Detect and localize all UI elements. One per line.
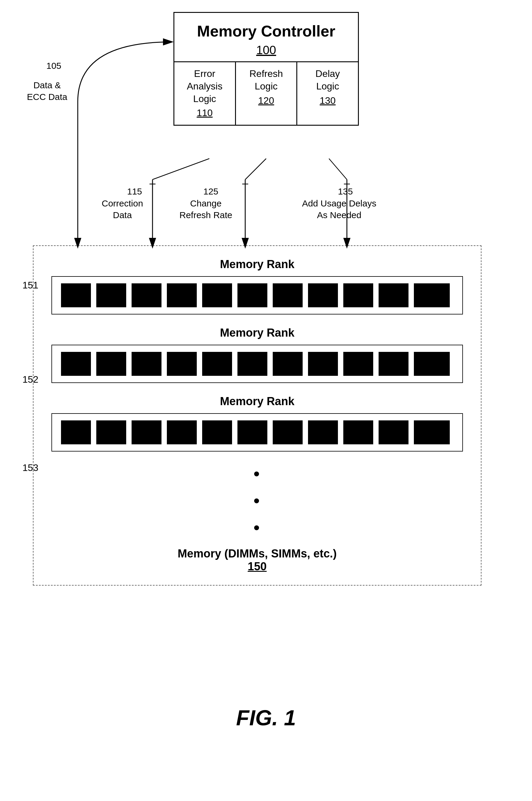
memory-rank-2-inner — [52, 345, 463, 383]
chip — [238, 352, 267, 376]
ref-105-label: 105 — [46, 60, 61, 72]
memory-area: Memory Rank Memory Rank — [33, 245, 481, 585]
chip — [132, 352, 162, 376]
chip — [167, 352, 197, 376]
memory-rank-3-inner — [52, 413, 463, 451]
chip — [343, 421, 373, 444]
ref-135-label: 135 — [338, 186, 353, 197]
data-ecc-label: Data &ECC Data — [27, 79, 67, 103]
add-delays-label: Add Usage DelaysAs Needed — [302, 198, 376, 221]
rank-152-label: 152 — [22, 374, 38, 385]
chip — [308, 421, 338, 444]
memory-rank-1-inner — [52, 276, 463, 315]
memory-label: Memory (DIMMs, SIMMs, etc.) 150 — [34, 547, 481, 573]
ref-125-label: 125 — [203, 186, 218, 197]
memory-rank-1-block: Memory Rank — [52, 258, 463, 315]
ellipsis: ••• — [34, 461, 481, 541]
chip — [379, 283, 408, 307]
chip — [96, 352, 126, 376]
memory-number: 150 — [248, 560, 266, 573]
module-delay: DelayLogic 130 — [297, 62, 358, 125]
svg-line-4 — [329, 159, 347, 180]
svg-line-3 — [245, 159, 266, 180]
correction-data-label: CorrectionData — [102, 198, 143, 221]
chip — [132, 283, 162, 307]
chip — [132, 421, 162, 444]
memory-rank-3-title: Memory Rank — [52, 395, 463, 408]
chip — [414, 352, 450, 376]
chip — [414, 283, 450, 307]
chip — [308, 283, 338, 307]
chip — [414, 421, 450, 444]
chip — [96, 421, 126, 444]
mc-title: Memory Controller — [174, 13, 358, 43]
chip — [238, 283, 267, 307]
mc-modules: ErrorAnalysisLogic 110 RefreshLogic 120 … — [174, 61, 358, 125]
chip — [343, 283, 373, 307]
chip — [273, 283, 303, 307]
chip — [273, 421, 303, 444]
change-refresh-label: ChangeRefresh Rate — [179, 198, 232, 221]
module-refresh-number: 120 — [240, 95, 293, 107]
chip — [343, 352, 373, 376]
memory-rank-2-title: Memory Rank — [52, 327, 463, 339]
chip — [202, 283, 232, 307]
module-delay-number: 130 — [301, 95, 354, 107]
chip — [167, 283, 197, 307]
chip — [61, 352, 91, 376]
memory-rank-1-title: Memory Rank — [52, 258, 463, 271]
ref-115-label: 115 — [127, 186, 142, 197]
chip — [202, 421, 232, 444]
memory-controller-box: Memory Controller 100 ErrorAnalysisLogic… — [173, 12, 359, 126]
chip — [96, 283, 126, 307]
rank-151-label: 151 — [22, 280, 38, 291]
memory-rank-2-block: Memory Rank — [52, 327, 463, 383]
module-error-number: 110 — [178, 107, 231, 119]
chip — [379, 352, 408, 376]
chip — [379, 421, 408, 444]
memory-rank-3-block: Memory Rank — [52, 395, 463, 451]
module-refresh: RefreshLogic 120 — [236, 62, 298, 125]
svg-line-2 — [153, 159, 209, 180]
chip — [61, 421, 91, 444]
chip — [238, 421, 267, 444]
chip — [202, 352, 232, 376]
chip — [308, 352, 338, 376]
module-error-analysis: ErrorAnalysisLogic 110 — [174, 62, 236, 125]
figure-label: FIG. 1 — [236, 706, 296, 730]
chip — [61, 283, 91, 307]
chip — [273, 352, 303, 376]
chip — [167, 421, 197, 444]
rank-153-label: 153 — [22, 462, 38, 473]
mc-number: 100 — [174, 43, 358, 61]
